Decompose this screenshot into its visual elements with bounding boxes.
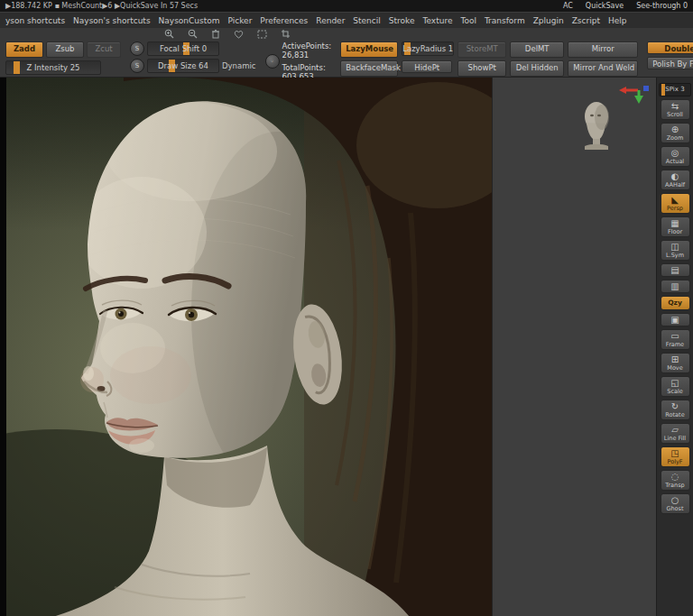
camera-gizmo[interactable] [619, 83, 653, 108]
right-toolbar-group: Double Polish By Features [647, 41, 693, 69]
status-bar: ▶188.742 KP ▪ MeshCount▶6 ▶QuickSave In … [0, 0, 693, 12]
zoom-in-icon[interactable] [164, 29, 174, 39]
menu-bar: yson shortcuts Nayson's shortcuts Nayson… [0, 12, 693, 28]
focal-shift-icon[interactable]: S [130, 41, 144, 56]
see-through-slider[interactable]: See-through 0 [636, 2, 688, 10]
polyframe-button[interactable]: ◳ PolyF [661, 446, 690, 467]
qzy-button[interactable]: Qzy [661, 296, 690, 310]
polyframe-icon: ◳ [670, 448, 679, 458]
local-symmetry-button[interactable]: ◫ L.Sym [661, 240, 690, 261]
line-fill-icon: ▱ [671, 425, 679, 435]
move-button[interactable]: ⊞ Move [661, 353, 690, 373]
menu-item-preferences[interactable]: Preferences [260, 16, 308, 25]
floor-grid-icon: ▦ [670, 218, 679, 228]
draw-size-icon[interactable]: S [130, 59, 144, 73]
shelf-icon-button-2[interactable]: ▥ [661, 280, 690, 293]
actual-size-icon: ◎ [671, 148, 679, 158]
ghost-button[interactable]: ○ Ghost [661, 493, 690, 514]
transparency-button[interactable]: ◌ Transp [661, 470, 690, 491]
polish-by-features-button[interactable]: Polish By Features [647, 57, 693, 69]
mirrorandweld-button[interactable]: Mirror And Weld [568, 60, 638, 77]
rotate-button[interactable]: ↻ Rotate [661, 400, 690, 420]
aahalf-button[interactable]: ◐ AAHalf [661, 170, 690, 190]
menu-item-nayson-shortcuts[interactable]: yson shortcuts [5, 16, 65, 25]
floor-button[interactable]: ▦ Floor [661, 216, 690, 237]
menu-item-zplugin[interactable]: Zplugin [533, 16, 564, 25]
heart-icon[interactable] [234, 30, 244, 39]
gizmo-z-axis [643, 86, 649, 91]
zsub-button[interactable]: Zsub [46, 41, 84, 58]
aahalf-icon: ◐ [671, 171, 679, 181]
spix-slider[interactable]: SPix 3 [659, 83, 691, 97]
zcut-button[interactable]: Zcut [87, 41, 121, 58]
layers-icon: ▥ [670, 281, 679, 291]
zadd-button[interactable]: Zadd [5, 41, 43, 58]
tool-preview-thumbnail[interactable] [578, 99, 615, 153]
menu-item-picker[interactable]: Picker [228, 16, 253, 25]
mesh-tools-group: LazyMouse LazyRadius 1 StoreMT DelMT Mir… [340, 41, 638, 77]
scroll-icon: ⇆ [671, 101, 679, 111]
shelf-icon-button-1[interactable]: ▤ [661, 263, 690, 277]
rotate-icon: ↻ [671, 401, 679, 411]
double-button[interactable]: Double [647, 41, 693, 54]
persp-button[interactable]: ◣ Persp [661, 193, 690, 214]
quick-icon-strip [0, 28, 693, 40]
canvas-left-edge [0, 78, 6, 616]
trash-icon[interactable] [211, 29, 220, 39]
scale-icon: ◱ [670, 378, 679, 388]
quicksave-button[interactable]: QuickSave [586, 2, 624, 10]
scroll-button[interactable]: ⇆ Scroll [661, 99, 690, 120]
sculpt-viewport[interactable] [6, 78, 492, 616]
points-info-group: ◦ ActivePoints: 26,831 TotalPoints: 603,… [265, 41, 332, 81]
document-background [492, 78, 656, 616]
points-icon: ◦ [265, 54, 280, 69]
top-shelf-toolbar: Zadd Zsub Zcut Z Intensity 25 S Focal Sh… [0, 40, 693, 78]
z-intensity-slider[interactable]: Z Intensity 25 [5, 60, 101, 75]
dynamic-toggle[interactable]: Dynamic [222, 61, 256, 70]
sculpt-mode-group: Zadd Zsub Zcut Z Intensity 25 [5, 41, 121, 75]
shelf-icon-button-3[interactable]: ▣ [661, 313, 690, 326]
perspective-icon: ◣ [671, 195, 679, 205]
storemt-button[interactable]: StoreMT [457, 41, 506, 58]
hidept-button[interactable]: HidePt [402, 60, 452, 73]
menu-item-stroke[interactable]: Stroke [389, 16, 415, 25]
delhidden-button[interactable]: Del Hidden [510, 60, 564, 77]
zoom-icon: ⊕ [671, 124, 679, 134]
zoom-out-icon[interactable] [188, 29, 198, 39]
right-shelf: SPix 3 ⇆ Scroll ⊕ Zoom ◎ Actual ◐ AAHalf… [656, 78, 693, 616]
delmt-button[interactable]: DelMT [510, 41, 564, 58]
frame-button[interactable]: ▭ Frame [661, 329, 690, 350]
crop-icon[interactable] [281, 29, 291, 39]
lazymouse-button[interactable]: LazyMouse [340, 41, 398, 58]
focal-shift-slider[interactable]: Focal Shift 0 [147, 41, 219, 56]
menu-item-zscript[interactable]: Zscript [572, 16, 600, 25]
menu-item-naysons-shortcuts[interactable]: Nayson's shortcuts [73, 16, 151, 25]
scene-stats: ▶188.742 KP ▪ MeshCount▶6 ▶QuickSave In … [5, 2, 198, 10]
scale-button[interactable]: ◱ Scale [661, 376, 690, 397]
menu-item-stencil[interactable]: Stencil [353, 16, 380, 25]
stencil-icon[interactable] [257, 30, 267, 39]
mirror-button[interactable]: Mirror [568, 41, 638, 58]
zbrush-window: ▶188.742 KP ▪ MeshCount▶6 ▶QuickSave In … [0, 0, 693, 616]
line-fill-button[interactable]: ▱ Line Fill [661, 423, 690, 444]
menu-item-render[interactable]: Render [316, 16, 345, 25]
menu-item-transform[interactable]: Transform [485, 16, 525, 25]
gizmo-y-axis [634, 96, 643, 104]
menu-item-tool[interactable]: Tool [460, 16, 476, 25]
transparency-icon: ◌ [671, 472, 679, 482]
zoom-button[interactable]: ⊕ Zoom [661, 123, 690, 143]
menu-item-naysoncustom[interactable]: NaysonCustom [159, 16, 220, 25]
grid-icon: ▤ [670, 265, 679, 275]
menu-item-texture[interactable]: Texture [422, 16, 452, 25]
draw-size-slider[interactable]: Draw Size 64 [147, 59, 219, 73]
lazyradius-slider[interactable]: LazyRadius 1 [402, 41, 454, 56]
move-icon: ⊞ [671, 354, 679, 364]
backfacemask-button[interactable]: BackfaceMask [340, 60, 398, 77]
actual-button[interactable]: ◎ Actual [661, 146, 690, 167]
menu-item-help[interactable]: Help [608, 16, 627, 25]
sculpt-scene [6, 78, 492, 616]
main-area: SPix 3 ⇆ Scroll ⊕ Zoom ◎ Actual ◐ AAHalf… [0, 78, 693, 616]
symmetry-icon: ◫ [670, 242, 679, 252]
panel-icon: ▣ [670, 315, 679, 325]
showpt-button[interactable]: ShowPt [457, 60, 506, 77]
